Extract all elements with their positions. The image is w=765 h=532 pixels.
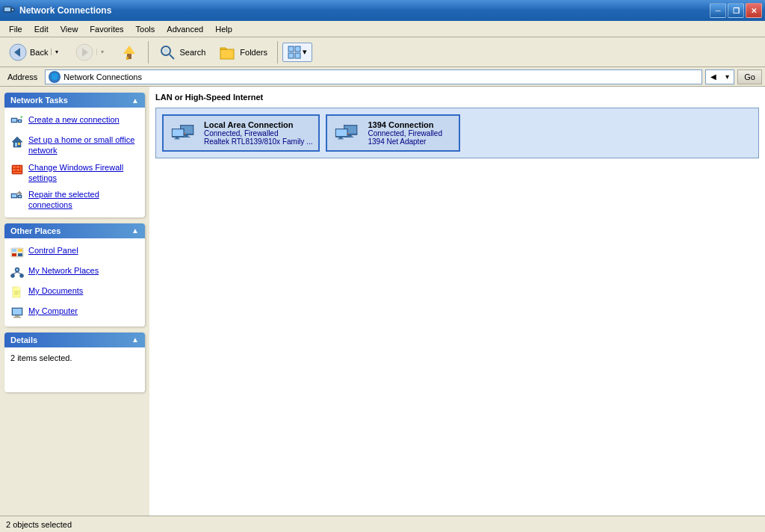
go-button[interactable]: Go: [737, 69, 762, 84]
views-button[interactable]: ▾: [282, 43, 312, 62]
my-documents-icon: [10, 286, 24, 300]
forward-dropdown[interactable]: ▾: [96, 49, 107, 55]
svg-rect-68: [174, 138, 179, 139]
svg-rect-16: [288, 46, 294, 52]
sidebar-item-my-network[interactable]: My Network Places: [7, 263, 142, 282]
up-button[interactable]: [115, 40, 143, 64]
titlebar-buttons: ─ ❐ ✕: [710, 3, 762, 18]
svg-rect-31: [16, 166, 19, 168]
content-area: LAN or High-Speed Internet: [149, 87, 765, 516]
sidebar-item-repair[interactable]: Repair the selected connections: [7, 187, 142, 213]
my-network-label: My Network Places: [28, 265, 99, 276]
menu-view[interactable]: View: [55, 23, 84, 35]
search-button[interactable]: Search: [153, 40, 211, 64]
svg-rect-44: [12, 253, 16, 256]
minimize-button[interactable]: ─: [710, 3, 726, 18]
sidebar-item-control-panel[interactable]: Control Panel: [7, 243, 142, 262]
create-connection-label: Create a new connection: [28, 114, 120, 125]
folders-icon: [219, 43, 237, 61]
sidebar-item-my-documents[interactable]: My Documents: [7, 283, 142, 302]
forward-button[interactable]: ▾: [70, 40, 112, 64]
control-panel-icon: [10, 246, 24, 259]
ieee1394-connection-status: Connected, Firewalled: [368, 129, 442, 137]
toolbar: Back ▾ ▾: [0, 37, 765, 67]
folders-label: Folders: [240, 48, 267, 57]
firewall-label: Change Windows Firewall settings: [28, 162, 139, 184]
address-back-btn[interactable]: ◀: [706, 70, 721, 84]
sidebar-item-setup-home[interactable]: Set up a home or small office network: [7, 132, 142, 158]
svg-rect-58: [13, 309, 22, 315]
sidebar-item-firewall[interactable]: Change Windows Firewall settings: [7, 160, 142, 186]
address-field[interactable]: 🌐 Network Connections: [45, 69, 702, 84]
ieee1394-connection-name: 1394 Connection: [368, 120, 442, 129]
network-tasks-header[interactable]: Network Tasks ▲: [4, 93, 145, 108]
svg-rect-34: [20, 166, 22, 171]
my-documents-label: My Documents: [28, 285, 83, 296]
address-globe-icon: 🌐: [49, 71, 61, 83]
menubar: File Edit View Favorites Tools Advanced …: [0, 21, 765, 37]
lan-connection-icon: [170, 121, 199, 145]
other-places-arrow: ▲: [131, 226, 139, 235]
sidebar-item-my-computer[interactable]: My Computer: [7, 303, 142, 322]
section-title: LAN or High-Speed Internet: [155, 93, 759, 102]
details-body: 2 items selected.: [4, 347, 145, 392]
toolbar-sep-2: [277, 41, 278, 64]
menu-favorites[interactable]: Favorites: [84, 23, 129, 35]
lan-connection-adapter: Realtek RTL8139/810x Family ...: [204, 137, 312, 146]
up-icon: [120, 43, 138, 61]
details-header[interactable]: Details ▲: [4, 332, 145, 347]
forward-icon: [75, 43, 93, 61]
other-places-header[interactable]: Other Places ▲: [4, 223, 145, 238]
sidebar-item-create-connection[interactable]: + Create a new connection: [7, 112, 142, 131]
close-button[interactable]: ✕: [746, 3, 762, 18]
lan-connection-info: Local Area Connection Connected, Firewal…: [204, 120, 312, 146]
network-tasks-section: Network Tasks ▲ + Crea: [4, 93, 145, 217]
firewall-icon: [10, 163, 24, 176]
back-icon: [9, 43, 27, 61]
svg-point-48: [20, 273, 24, 277]
address-dropdown-btn[interactable]: ▾: [721, 70, 734, 84]
svg-rect-33: [16, 169, 19, 171]
menu-file[interactable]: File: [3, 23, 28, 35]
main-layout: Network Tasks ▲ + Crea: [0, 87, 765, 516]
other-places-label: Other Places: [10, 226, 61, 235]
my-computer-label: My Computer: [28, 306, 78, 316]
create-connection-icon: +: [10, 115, 24, 129]
menu-tools[interactable]: Tools: [130, 23, 161, 35]
details-text: 2 items selected.: [10, 353, 72, 362]
svg-rect-53: [18, 287, 20, 289]
svg-rect-28: [18, 143, 20, 145]
connections-grid: Local Area Connection Connected, Firewal…: [155, 108, 759, 158]
views-dropdown-arrow: ▾: [303, 47, 307, 57]
svg-rect-72: [348, 134, 352, 136]
back-dropdown[interactable]: ▾: [51, 49, 61, 55]
menu-help[interactable]: Help: [209, 23, 238, 35]
svg-rect-37: [12, 194, 16, 197]
back-button[interactable]: Back ▾: [4, 40, 66, 64]
ieee1394-connection-item[interactable]: 1394 Connection Connected, Firewalled 13…: [326, 114, 460, 152]
menu-edit[interactable]: Edit: [28, 23, 55, 35]
svg-rect-19: [295, 53, 300, 58]
lan-connection-item[interactable]: Local Area Connection Connected, Firewal…: [162, 114, 320, 152]
other-places-body: Control Panel My Network Places: [4, 238, 145, 327]
svg-rect-60: [13, 317, 21, 318]
setup-home-icon: [10, 135, 24, 149]
svg-rect-27: [15, 143, 17, 146]
svg-rect-66: [173, 129, 183, 136]
svg-rect-11: [126, 57, 128, 60]
svg-rect-21: [12, 119, 16, 122]
other-places-section: Other Places ▲ Control Panel: [4, 223, 145, 327]
svg-rect-63: [185, 134, 188, 136]
back-group: Back ▾: [3, 40, 67, 65]
svg-rect-35: [13, 172, 22, 173]
search-label: Search: [179, 48, 205, 57]
svg-rect-18: [288, 53, 294, 58]
my-network-icon: [10, 266, 24, 279]
address-value: Network Connections: [64, 72, 142, 81]
folders-button[interactable]: Folders: [214, 40, 273, 64]
menu-advanced[interactable]: Advanced: [161, 23, 209, 35]
restore-button[interactable]: ❐: [728, 3, 744, 18]
svg-rect-1: [4, 7, 10, 11]
search-icon: [158, 43, 176, 61]
addressbar: Address 🌐 Network Connections ◀ ▾ Go: [0, 67, 765, 87]
